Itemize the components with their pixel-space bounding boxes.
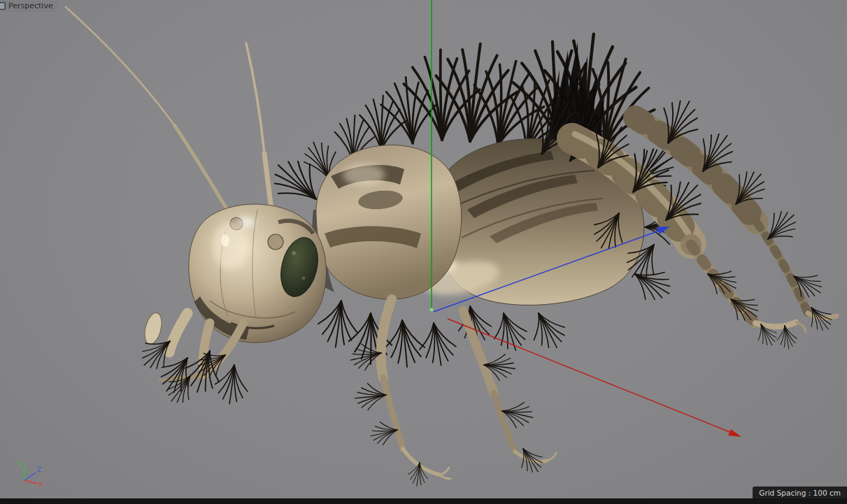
gizmo-z-label: Z [37, 466, 41, 473]
world-axis-gizmo: Y Z X [14, 458, 53, 493]
viewport-label[interactable]: Perspective [0, 1, 57, 12]
gizmo-x-axis [24, 480, 37, 484]
view-menu-icon[interactable] [0, 2, 6, 10]
gizmo-y-label: Y [17, 461, 22, 468]
cricket-palp [142, 311, 164, 346]
viewport[interactable]: Perspective Y Z X Grid Spacing : 100 cm [0, 0, 847, 504]
bottom-bar [0, 498, 847, 504]
cricket-head [142, 204, 327, 375]
cricket-model[interactable] [66, 7, 837, 487]
viewport-canvas[interactable] [0, 0, 847, 504]
viewport-label-text: Perspective [8, 1, 53, 10]
cricket-mid-legs [380, 299, 556, 479]
manipulator-x-arrowhead[interactable] [728, 429, 741, 437]
gizmo-z-axis [24, 473, 36, 480]
cricket-pronotum [312, 145, 462, 299]
manipulator-origin[interactable] [430, 308, 434, 312]
gizmo-x-label: X [38, 481, 43, 488]
